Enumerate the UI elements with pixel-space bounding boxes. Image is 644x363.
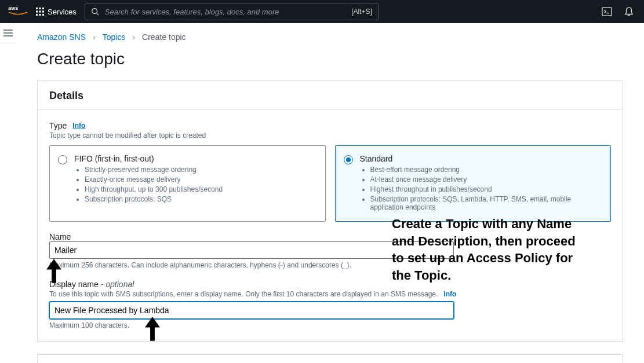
services-menu[interactable]: Services bbox=[36, 8, 77, 16]
fifo-title: FIFO (first-in, first-out) bbox=[74, 154, 223, 163]
aws-logo[interactable]: aws bbox=[8, 5, 28, 19]
breadcrumb: Amazon SNS › Topics › Create topic bbox=[37, 29, 623, 50]
standard-bullets: Best-effort message ordering At-least on… bbox=[360, 166, 602, 211]
list-item: Strictly-preserved message ordering bbox=[85, 166, 223, 174]
list-item: Best-effort message ordering bbox=[370, 166, 602, 174]
standard-title: Standard bbox=[360, 154, 602, 163]
list-item: Exactly-once message delivery bbox=[85, 175, 223, 184]
list-item: At-least once message delivery bbox=[370, 175, 602, 184]
radio-icon bbox=[344, 155, 353, 164]
svg-rect-1 bbox=[36, 8, 38, 9]
details-panel: Details Type Info Topic type cannot be m… bbox=[37, 80, 623, 342]
top-nav-bar: aws Services Search for services, featur… bbox=[0, 0, 644, 23]
chevron-right-icon: › bbox=[93, 32, 96, 42]
list-item: High throughput, up to 300 publishes/sec… bbox=[85, 185, 223, 193]
svg-line-11 bbox=[96, 13, 99, 16]
type-option-fifo[interactable]: FIFO (first-in, first-out) Strictly-pres… bbox=[49, 145, 326, 222]
svg-rect-2 bbox=[39, 8, 41, 9]
annotation-arrow-icon bbox=[145, 317, 160, 341]
type-info-link[interactable]: Info bbox=[72, 122, 85, 130]
display-name-hint: Maximum 100 characters. bbox=[49, 321, 611, 329]
svg-text:aws: aws bbox=[8, 5, 18, 11]
display-name-input[interactable] bbox=[49, 302, 454, 319]
page-title: Create topic bbox=[37, 50, 623, 68]
breadcrumb-current: Create topic bbox=[142, 32, 185, 42]
display-name-desc: To use this topic with SMS subscriptions… bbox=[49, 290, 438, 298]
svg-rect-6 bbox=[42, 10, 44, 12]
breadcrumb-root[interactable]: Amazon SNS bbox=[37, 32, 86, 42]
svg-rect-4 bbox=[36, 10, 38, 12]
optional-tag: - optional bbox=[101, 280, 134, 289]
services-label: Services bbox=[48, 8, 77, 16]
svg-rect-7 bbox=[36, 14, 38, 16]
type-option-standard[interactable]: Standard Best-effort message ordering At… bbox=[335, 145, 612, 222]
breadcrumb-section[interactable]: Topics bbox=[103, 32, 126, 42]
cloudshell-icon[interactable] bbox=[600, 5, 614, 19]
side-panel-toggle[interactable] bbox=[0, 23, 16, 43]
notifications-icon[interactable] bbox=[622, 5, 636, 19]
chevron-right-icon: › bbox=[132, 32, 135, 42]
menu-icon bbox=[3, 30, 13, 36]
details-panel-title: Details bbox=[38, 80, 623, 109]
svg-rect-3 bbox=[42, 8, 44, 9]
annotation-arrow-icon bbox=[46, 259, 61, 283]
type-label: Type bbox=[49, 121, 67, 130]
search-shortcut: [Alt+S] bbox=[351, 8, 372, 16]
type-desc: Topic type cannot be modified after topi… bbox=[49, 131, 611, 140]
search-icon bbox=[91, 8, 99, 16]
display-name-info-link[interactable]: Info bbox=[443, 290, 456, 298]
annotation-text: Create a Topic with any Name and Descrip… bbox=[392, 215, 589, 284]
grid-icon bbox=[36, 8, 44, 16]
list-item: Highest throughput in publishes/second bbox=[370, 185, 602, 193]
svg-rect-8 bbox=[39, 14, 41, 16]
svg-rect-12 bbox=[602, 8, 612, 16]
encryption-section[interactable]: Encryption - optional bbox=[37, 354, 623, 363]
svg-point-10 bbox=[92, 9, 97, 14]
svg-rect-9 bbox=[42, 14, 44, 16]
fifo-bullets: Strictly-preserved message ordering Exac… bbox=[74, 166, 223, 203]
list-item: Subscription protocols: SQS, Lambda, HTT… bbox=[370, 195, 602, 211]
search-placeholder: Search for services, features, blogs, do… bbox=[105, 8, 345, 16]
list-item: Subscription protocols: SQS bbox=[85, 195, 223, 203]
svg-rect-5 bbox=[39, 10, 41, 12]
search-input[interactable]: Search for services, features, blogs, do… bbox=[85, 3, 379, 20]
radio-icon bbox=[58, 155, 67, 164]
